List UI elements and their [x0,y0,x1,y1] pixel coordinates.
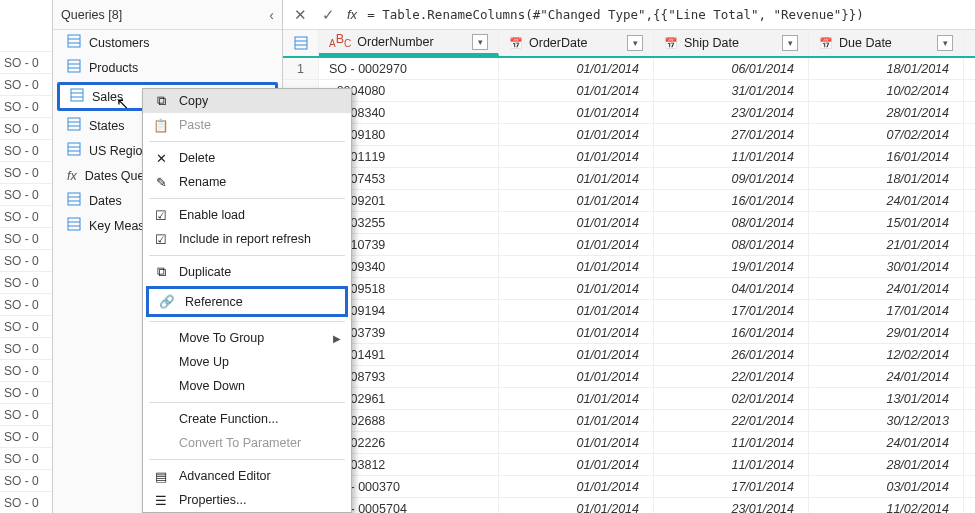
table-row[interactable]: - 000111901/01/201411/01/201416/01/2014 [283,146,975,168]
left-row: SO - 0 [0,272,52,294]
left-row: SO - 0 [0,294,52,316]
ctx-copy[interactable]: ⧉Copy [143,89,351,113]
type-icon: ABC [329,30,351,56]
left-row: SO - 0 [0,338,52,360]
left-row: SO - 0 [0,228,52,250]
ctx-rename[interactable]: ✎Rename [143,170,351,194]
ctx-reference[interactable]: 🔗Reference [146,286,348,317]
left-row [0,30,52,52]
table-row[interactable]: 20SO - 00037001/01/201417/01/201403/01/2… [283,476,975,498]
table-row[interactable]: 21SO - 000570401/01/201423/01/201411/02/… [283,498,975,513]
table-icon [67,192,81,209]
query-item-customers[interactable]: Customers [53,30,282,55]
cell-orderdate: 01/01/2014 [499,124,654,145]
row-index: 1 [283,58,319,79]
ctx-paste[interactable]: 📋Paste [143,113,351,137]
svg-rect-15 [68,193,80,205]
chevron-down-icon[interactable]: ▾ [782,35,798,51]
formula-text[interactable]: = Table.RenameColumns(#"Changed Type",{{… [367,7,967,22]
formula-bar: ✕ ✓ fx = Table.RenameColumns(#"Changed T… [283,0,975,30]
col-header-ship-date[interactable]: 📅Ship Date▾ [654,30,809,56]
cell-orderdate: 01/01/2014 [499,234,654,255]
chevron-down-icon[interactable]: ▾ [937,35,953,51]
col-header-ordernumber[interactable]: ABCOrderNumber▾ [319,30,499,56]
table-row[interactable]: 1SO - 000297001/01/201406/01/201418/01/2… [283,58,975,80]
cell-duedate: 29/01/2014 [809,322,964,343]
ctx-move-group[interactable]: Move To Group▶ [143,326,351,350]
ctx-advanced-editor[interactable]: ▤Advanced Editor [143,464,351,488]
cell-orderdate: 01/01/2014 [499,344,654,365]
table-row[interactable]: - 000879301/01/201422/01/201424/01/2014 [283,366,975,388]
svg-rect-0 [68,35,80,47]
cell-shipdate: 22/01/2014 [654,366,809,387]
ctx-include-refresh[interactable]: ☑Include in report refresh [143,227,351,251]
query-item-products[interactable]: Products [53,55,282,80]
ctx-convert-parameter[interactable]: Convert To Parameter [143,431,351,455]
collapse-icon[interactable]: ‹ [269,7,274,23]
cell-orderdate: 01/01/2014 [499,388,654,409]
left-row: SO - 0 [0,74,52,96]
cancel-icon[interactable]: ✕ [291,6,309,24]
chevron-down-icon[interactable]: ▾ [627,35,643,51]
ctx-move-up[interactable]: Move Up [143,350,351,374]
table-row[interactable]: - 000222601/01/201411/01/201424/01/2014 [283,432,975,454]
left-row: SO - 0 [0,404,52,426]
svg-rect-21 [295,37,307,49]
table-row[interactable]: - 000268801/01/201422/01/201430/12/2013 [283,410,975,432]
table-row[interactable]: - 000919401/01/201417/01/201417/01/2014 [283,300,975,322]
table-row[interactable]: - 000296101/01/201402/01/201413/01/2014 [283,388,975,410]
ctx-enable-load[interactable]: ☑Enable load [143,203,351,227]
table-row[interactable]: - 000834001/01/201423/01/201428/01/2014 [283,102,975,124]
query-label: Sales [92,90,123,104]
table-row[interactable]: - 000951801/01/201404/01/201424/01/2014 [283,278,975,300]
left-row: SO - 0 [0,162,52,184]
cell-shipdate: 23/01/2014 [654,498,809,513]
table-row[interactable]: - 001073901/01/201408/01/201421/01/2014 [283,234,975,256]
cell-duedate: 24/01/2014 [809,366,964,387]
col-header-orderdate[interactable]: 📅OrderDate▾ [499,30,654,56]
chevron-down-icon[interactable]: ▾ [472,34,488,50]
table-row[interactable]: - 000149101/01/201426/01/201412/02/2014 [283,344,975,366]
left-row: SO - 0 [0,140,52,162]
table-row[interactable]: - 000325501/01/201408/01/201415/01/2014 [283,212,975,234]
query-label: Dates [89,194,122,208]
cell-shipdate: 09/01/2014 [654,168,809,189]
cell-shipdate: 27/01/2014 [654,124,809,145]
cell-ordernumber: SO - 0002970 [319,58,499,79]
svg-rect-12 [68,143,80,155]
cell-shipdate: 08/01/2014 [654,234,809,255]
accept-icon[interactable]: ✓ [319,6,337,24]
cell-duedate: 24/01/2014 [809,432,964,453]
col-header-due-date[interactable]: 📅Due Date▾ [809,30,964,56]
table-row[interactable]: - 000745301/01/201409/01/201418/01/2014 [283,168,975,190]
cell-orderdate: 01/01/2014 [499,146,654,167]
cell-shipdate: 02/01/2014 [654,388,809,409]
table-row[interactable]: - 000408001/01/201431/01/201410/02/2014 [283,80,975,102]
queries-header[interactable]: Queries [8] ‹ [53,0,282,30]
paste-icon: 📋 [153,118,169,133]
table-row[interactable]: - 000920101/01/201416/01/201424/01/2014 [283,190,975,212]
cell-orderdate: 01/01/2014 [499,498,654,513]
ctx-delete[interactable]: ✕Delete [143,146,351,170]
rename-icon: ✎ [153,175,169,190]
cell-shipdate: 06/01/2014 [654,58,809,79]
left-row: SO - 0 [0,448,52,470]
table-icon [67,117,81,134]
fx-icon[interactable]: fx [347,7,357,22]
cell-orderdate: 01/01/2014 [499,102,654,123]
ctx-create-function[interactable]: Create Function... [143,407,351,431]
ctx-properties[interactable]: ☰Properties... [143,488,351,512]
cell-orderdate: 01/01/2014 [499,366,654,387]
table-row[interactable]: - 000934001/01/201419/01/201430/01/2014 [283,256,975,278]
cell-duedate: 21/01/2014 [809,234,964,255]
table-row[interactable]: - 000381201/01/201411/01/201428/01/2014 [283,454,975,476]
table-row[interactable]: - 000918001/01/201427/01/201407/02/2014 [283,124,975,146]
ctx-duplicate[interactable]: ⧉Duplicate [143,260,351,284]
table-row[interactable]: - 000373901/01/201416/01/201429/01/2014 [283,322,975,344]
ctx-move-down[interactable]: Move Down [143,374,351,398]
cell-duedate: 07/02/2014 [809,124,964,145]
cell-orderdate: 01/01/2014 [499,454,654,475]
index-header[interactable] [283,30,319,56]
cell-orderdate: 01/01/2014 [499,300,654,321]
cell-shipdate: 16/01/2014 [654,190,809,211]
